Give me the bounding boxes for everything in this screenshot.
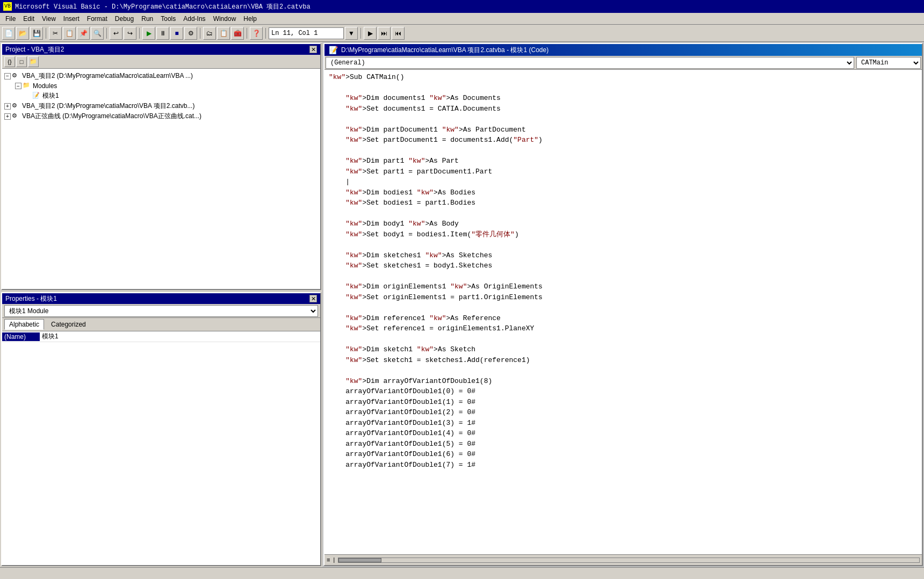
help-button[interactable]: ❓: [250, 27, 263, 40]
code-line: arrayOfVariantOfDouble1(3) = 1#: [329, 418, 918, 429]
properties-panel: Properties - 模块1 ✕ 模块1 Module Alphabetic…: [1, 292, 321, 566]
run-button[interactable]: ▶: [142, 27, 155, 40]
props-row-name: (Name) 模块1: [2, 331, 320, 342]
separator-3: [139, 28, 140, 39]
title-bar: VB Microsoft Visual Basic - D:\MyProgram…: [0, 0, 924, 13]
tree-item-2[interactable]: 📝 模块1: [4, 91, 318, 101]
code-content[interactable]: "kw">Sub CATMain() "kw">Dim documents1 "…: [324, 70, 922, 554]
tree-item-3[interactable]: + ⚙ VBA_项目2 (D:\MyPrograme\catiaMacro\VB…: [4, 101, 318, 111]
code-line: "kw">Dim reference1 "kw">As Reference: [329, 313, 918, 324]
main-toolbar: 📄 📂 💾 ✂ 📋 📌 🔍 ↩ ↪ ▶ ⏸ ■ ⚙ 🗂 📋 🧰 ❓ Ln 11,…: [0, 25, 924, 42]
toggle-folders-button[interactable]: 📁: [28, 56, 39, 67]
cut-button[interactable]: ✂: [49, 27, 62, 40]
tree-item-1[interactable]: − 📁 Modules: [4, 81, 318, 91]
props-toolbar: 模块1 Module: [2, 304, 320, 318]
folder-icon-1: 📁: [23, 82, 31, 90]
view-code-button[interactable]: {}: [4, 56, 15, 67]
tree-label-4: VBA正弦曲线 (D:\MyPrograme\catiaMacro\VBA正弦曲…: [22, 112, 201, 121]
expand-4[interactable]: +: [4, 113, 11, 120]
code-header: (General) CATMain: [324, 56, 922, 70]
code-line: [329, 83, 918, 93]
properties-close-button[interactable]: ✕: [309, 295, 317, 302]
step-over-button[interactable]: ⏭: [378, 27, 391, 40]
code-window: 📝 D:\MyPrograme\catiaMacro\catiaLearn\VB…: [323, 43, 923, 566]
step-into-button[interactable]: ▶: [364, 27, 377, 40]
footer-icon-1: ≡: [327, 557, 330, 563]
separator-7: [360, 28, 361, 39]
props-name-label: (Name): [2, 332, 40, 341]
separator-4: [200, 28, 200, 39]
find-button[interactable]: 🔍: [91, 27, 104, 40]
code-line: [329, 208, 918, 219]
code-line: "kw">Set part1 = partDocument1.Part: [329, 167, 918, 177]
expand-0[interactable]: −: [4, 73, 11, 79]
menu-debug[interactable]: Debug: [112, 14, 137, 24]
menu-format[interactable]: Format: [84, 14, 111, 24]
menu-file[interactable]: File: [2, 14, 19, 24]
step-out-button[interactable]: ⏮: [392, 27, 405, 40]
props-object-select[interactable]: 模块1 Module: [4, 305, 318, 317]
toolbox-button[interactable]: 🧰: [231, 27, 244, 40]
general-select[interactable]: (General): [326, 57, 854, 69]
tree-item-0[interactable]: − ⚙ VBA_项目2 (D:\MyPrograme\catiaMacro\ca…: [4, 71, 318, 81]
project-panel: Project - VBA_项目2 ✕ {} □ 📁 − ⚙ VBA_项目2 (…: [1, 43, 321, 290]
project-panel-toolbar: {} □ 📁: [2, 55, 320, 69]
status-bar: [0, 567, 924, 579]
expand-1[interactable]: −: [15, 83, 21, 89]
code-line: arrayOfVariantOfDouble1(4) = 0#: [329, 428, 918, 439]
code-line: [329, 334, 918, 345]
save-button[interactable]: 💾: [30, 27, 43, 40]
proc-select[interactable]: CATMain: [856, 57, 921, 69]
code-line: "kw">Set body1 = bodies1.Item("零件几何体"): [329, 229, 918, 240]
props-name-value[interactable]: 模块1: [40, 331, 320, 342]
project-close-button[interactable]: ✕: [309, 46, 317, 53]
project-icon-3: ⚙: [12, 102, 20, 111]
code-footer: ≡ |: [324, 554, 922, 565]
menu-help[interactable]: Help: [240, 14, 260, 24]
tab-categorized[interactable]: Categorized: [46, 319, 91, 330]
props-tabs: Alphabetic Categorized: [2, 318, 320, 331]
undo-button[interactable]: ↩: [110, 27, 122, 40]
code-line: arrayOfVariantOfDouble1(5) = 0#: [329, 439, 918, 450]
properties-button[interactable]: 📋: [217, 27, 230, 40]
new-button[interactable]: 📄: [2, 27, 15, 40]
menu-addins[interactable]: Add-Ins: [180, 14, 208, 24]
project-tree: − ⚙ VBA_项目2 (D:\MyPrograme\catiaMacro\ca…: [2, 69, 320, 289]
props-content: (Name) 模块1: [2, 331, 320, 565]
menu-tools[interactable]: Tools: [157, 14, 179, 24]
menu-insert[interactable]: Insert: [60, 14, 83, 24]
project-title: Project - VBA_项目2: [5, 45, 64, 54]
code-line: "kw">Set partDocument1 = documents1.Add(…: [329, 135, 918, 146]
menu-view[interactable]: View: [39, 14, 59, 24]
code-line: "kw">Set bodies1 = part1.Bodies: [329, 198, 918, 208]
scrollbar-track[interactable]: [338, 558, 920, 563]
location-input[interactable]: Ln 11, Col 1: [269, 27, 344, 39]
menu-run[interactable]: Run: [138, 14, 156, 24]
location-dropdown[interactable]: ▼: [345, 27, 358, 40]
project-button[interactable]: 🗂: [203, 27, 216, 40]
code-line: "kw">Dim bodies1 "kw">As Bodies: [329, 187, 918, 198]
design-button[interactable]: ⚙: [184, 27, 197, 40]
code-line: "kw">Dim partDocument1 "kw">As PartDocum…: [329, 125, 918, 135]
expand-3[interactable]: +: [4, 103, 11, 110]
menu-edit[interactable]: Edit: [20, 14, 38, 24]
menu-window[interactable]: Window: [210, 14, 240, 24]
code-line: "kw">Sub CATMain(): [329, 72, 918, 83]
code-line: [329, 365, 918, 376]
view-object-button[interactable]: □: [16, 56, 27, 67]
code-line: [329, 114, 918, 125]
title-text: Microsoft Visual Basic - D:\MyPrograme\c…: [15, 2, 311, 11]
stop-button[interactable]: ■: [170, 27, 183, 40]
code-line: arrayOfVariantOfDouble1(6) = 0#: [329, 449, 918, 460]
copy-button[interactable]: 📋: [63, 27, 76, 40]
tab-alphabetic[interactable]: Alphabetic: [4, 319, 44, 330]
code-line: "kw">Set sketches1 = body1.Sketches: [329, 260, 918, 271]
break-button[interactable]: ⏸: [156, 27, 169, 40]
tree-label-1: Modules: [33, 82, 57, 90]
open-button[interactable]: 📂: [16, 27, 29, 40]
redo-button[interactable]: ↪: [124, 27, 136, 40]
tree-item-4[interactable]: + ⚙ VBA正弦曲线 (D:\MyPrograme\catiaMacro\VB…: [4, 111, 318, 121]
scrollbar-thumb[interactable]: [338, 558, 381, 562]
module-icon-2: 📝: [32, 92, 41, 100]
paste-button[interactable]: 📌: [77, 27, 90, 40]
